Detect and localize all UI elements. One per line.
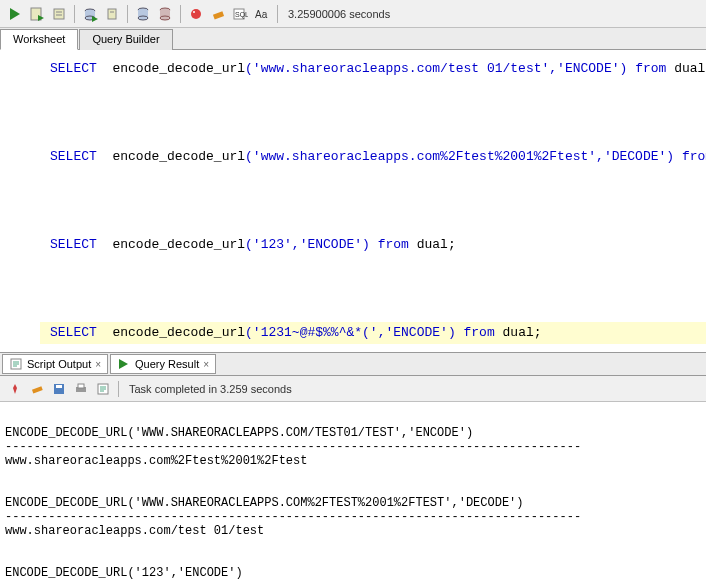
svg-text:SQL: SQL [235,11,248,19]
run-statement-button[interactable] [5,4,25,24]
function-name: encode_decode_url [112,61,245,76]
toolbar-separator [180,5,181,23]
tab-label: Script Output [27,358,91,370]
output-toolbar: Task completed in 3.259 seconds [0,376,706,402]
rollback-button[interactable] [155,4,175,24]
status-label: Task completed in 3.259 seconds [129,383,292,395]
main-toolbar: SQL Aa 3.25900006 seconds [0,0,706,28]
result-header: ENCODE_DECODE_URL('WWW.SHAREORACLEAPPS.C… [5,426,473,440]
sql-history-button[interactable] [133,4,153,24]
svg-rect-20 [213,11,224,19]
dashes: ----------------------------------------… [5,440,581,454]
script-output-body[interactable]: ENCODE_DECODE_URL('WWW.SHAREORACLEAPPS.C… [0,402,706,579]
autotrace-button[interactable] [80,4,100,24]
keyword-select: SELECT [50,61,97,76]
run-script-button[interactable] [27,4,47,24]
svg-rect-10 [108,9,116,19]
pin-button[interactable] [5,379,25,399]
result-row: www.shareoracleapps.com/test 01/test [5,524,264,538]
svg-point-14 [138,16,148,20]
buffer-size-button[interactable] [93,379,113,399]
commit-button[interactable] [102,4,122,24]
tab-label: Query Result [135,358,199,370]
svg-point-18 [191,9,201,19]
unshared-worksheet-button[interactable] [186,4,206,24]
keyword-select: SELECT [50,149,97,164]
table-name: dual; [417,237,456,252]
close-icon[interactable]: × [203,359,209,370]
clear-output-button[interactable] [27,379,47,399]
keyword-select: SELECT [50,237,97,252]
toolbar-separator [277,5,278,23]
table-name: dual; [674,61,706,76]
svg-point-19 [193,11,195,13]
svg-marker-0 [10,8,20,20]
clear-button[interactable] [208,4,228,24]
svg-marker-29 [13,384,17,394]
script-output-icon [9,357,23,371]
keyword-select: SELECT [50,325,97,340]
tab-query-builder[interactable]: Query Builder [79,29,172,50]
sql-args: ('1231~@#$%%^&*(','ENCODE') [245,325,456,340]
save-button[interactable] [49,379,69,399]
svg-rect-34 [78,384,84,388]
function-name: encode_decode_url [112,325,245,340]
dashes: ----------------------------------------… [5,510,581,524]
editor-tabs: Worksheet Query Builder [0,28,706,50]
tab-query-result[interactable]: Query Result × [110,354,216,374]
tab-script-output[interactable]: Script Output × [2,354,108,374]
sql-args: ('123','ENCODE') [245,237,370,252]
sql-args: ('www.shareoracleapps.com%2Ftest%2001%2F… [245,149,674,164]
print-button[interactable] [71,379,91,399]
svg-point-17 [160,16,170,20]
to-uppercase-button[interactable]: Aa [252,4,272,24]
result-header: ENCODE_DECODE_URL('WWW.SHAREORACLEAPPS.C… [5,496,523,510]
output-tabs: Script Output × Query Result × [0,352,706,376]
sql-args: ('www.shareoracleapps.com/test 01/test',… [245,61,627,76]
keyword-from: from [378,237,409,252]
toolbar-separator [74,5,75,23]
function-name: encode_decode_url [112,237,245,252]
keyword-from: from [464,325,495,340]
result-row: www.shareoracleapps.com%2Ftest%2001%2Fte… [5,454,307,468]
table-name: dual; [503,325,542,340]
sql-editor[interactable]: SELECT encode_decode_url('www.shareoracl… [0,50,706,352]
svg-rect-3 [54,9,64,19]
sql-tuning-button[interactable]: SQL [230,4,250,24]
svg-text:Aa: Aa [255,9,268,20]
svg-marker-28 [119,359,128,369]
play-icon [117,357,131,371]
tab-worksheet[interactable]: Worksheet [0,29,78,50]
keyword-from: from [682,149,706,164]
toolbar-separator [127,5,128,23]
close-icon[interactable]: × [95,359,101,370]
svg-rect-32 [56,385,62,388]
explain-plan-button[interactable] [49,4,69,24]
function-name: encode_decode_url [112,149,245,164]
result-header: ENCODE_DECODE_URL('123','ENCODE') [5,566,243,579]
svg-rect-30 [32,386,43,393]
toolbar-separator [118,381,119,397]
elapsed-time-label: 3.25900006 seconds [288,8,390,20]
keyword-from: from [635,61,666,76]
